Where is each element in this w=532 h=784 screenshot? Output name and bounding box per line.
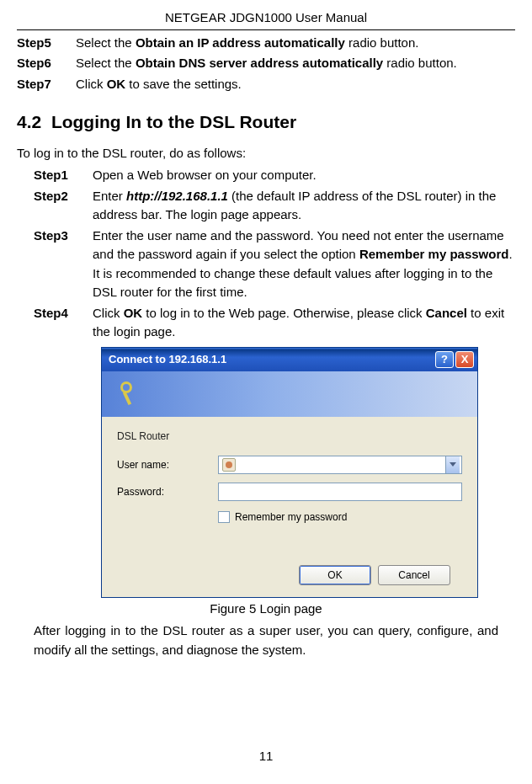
step4-b2: Cancel [426, 306, 467, 320]
remember-label: Remember my password [235, 509, 347, 525]
user-icon [222, 458, 236, 472]
step3-text: Enter the user name and the password. Yo… [93, 227, 515, 302]
section-title: Logging In to the DSL Router [51, 112, 296, 131]
step5-label: Step5 [17, 34, 76, 53]
dialog-body: DSL Router User name: Password: Remember… [102, 371, 477, 597]
step6-bold: Obtain DNS server address automatically [136, 56, 383, 70]
step4-t2: to log in to the Web page. Otherwise, pl… [142, 306, 426, 320]
step5-bold: Obtain an IP address automatically [136, 35, 345, 50]
step4-row: Step4 Click OK to log in to the Web page… [34, 304, 515, 342]
username-label: User name: [117, 457, 218, 472]
step4-t1: Click [93, 306, 124, 320]
button-row: OK Cancel [117, 565, 462, 585]
step2-url: http://192.168.1.1 [126, 189, 228, 203]
remember-row[interactable]: Remember my password [218, 509, 462, 525]
dialog-titlebar: Connect to 192.168.1.1 ? X [102, 348, 477, 371]
step5-post: radio button. [345, 35, 419, 50]
step4-text: Click OK to log in to the Web page. Othe… [93, 304, 515, 342]
step6-text: Select the Obtain DNS server address aut… [76, 54, 515, 73]
step5-row: Step5 Select the Obtain an IP address au… [17, 34, 515, 53]
step2-label: Step2 [34, 187, 93, 225]
step1-row: Step1 Open a Web browser on your compute… [34, 166, 515, 185]
step7-row: Step7 Click OK to save the settings. [17, 75, 515, 94]
page-number: 11 [17, 747, 515, 766]
remember-checkbox[interactable] [218, 511, 230, 523]
step1-label: Step1 [34, 166, 93, 185]
step5-pre: Select the [76, 35, 136, 50]
after-text: After logging in to the DSL router as a … [34, 621, 498, 659]
keys-icon [112, 380, 141, 408]
help-button[interactable]: ? [435, 351, 454, 368]
figure-caption: Figure 5 Login page [17, 600, 515, 619]
step7-text: Click OK to save the settings. [76, 75, 515, 94]
page-header: NETGEAR JDGN1000 User Manual [17, 8, 515, 30]
dialog-title: Connect to 192.168.1.1 [109, 351, 434, 368]
step3-label: Step3 [34, 227, 93, 302]
section-number: 4.2 [17, 112, 41, 131]
section-heading: 4.2 Logging In to the DSL Router [17, 109, 515, 136]
step7-label: Step7 [17, 75, 76, 94]
password-row: Password: [117, 483, 462, 501]
step1-text: Open a Web browser on your computer. [93, 166, 515, 185]
login-dialog: Connect to 192.168.1.1 ? X DSL Router Us… [101, 347, 478, 598]
intro-text: To log in to the DSL router, do as follo… [17, 144, 515, 163]
username-field[interactable] [218, 456, 462, 474]
step2-pre: Enter [93, 189, 126, 203]
step7-bold: OK [107, 77, 126, 91]
form-area: DSL Router User name: Password: Remember… [102, 417, 477, 585]
step4-label: Step4 [34, 304, 93, 342]
step3-bold: Remember my password [359, 247, 509, 261]
step6-pre: Select the [76, 56, 136, 70]
username-row: User name: [117, 456, 462, 474]
dropdown-icon[interactable] [445, 456, 460, 473]
password-label: Password: [117, 484, 218, 499]
step5-text: Select the Obtain an IP address automati… [76, 34, 515, 53]
step2-row: Step2 Enter http://192.168.1.1 (the defa… [34, 187, 515, 225]
step7-post: to save the settings. [125, 77, 242, 91]
ok-button[interactable]: OK [299, 565, 371, 585]
step6-row: Step6 Select the Obtain DNS server addre… [17, 54, 515, 73]
step7-pre: Click [76, 77, 107, 91]
password-field[interactable] [218, 483, 462, 501]
step6-label: Step6 [17, 54, 76, 73]
dialog-subtitle: DSL Router [117, 429, 462, 444]
step3-row: Step3 Enter the user name and the passwo… [34, 227, 515, 302]
step4-b1: OK [124, 306, 143, 320]
step6-post: radio button. [383, 56, 457, 70]
step2-text: Enter http://192.168.1.1 (the default IP… [93, 187, 515, 225]
cancel-button[interactable]: Cancel [378, 565, 450, 585]
dialog-banner [102, 371, 477, 417]
close-button[interactable]: X [455, 351, 474, 368]
